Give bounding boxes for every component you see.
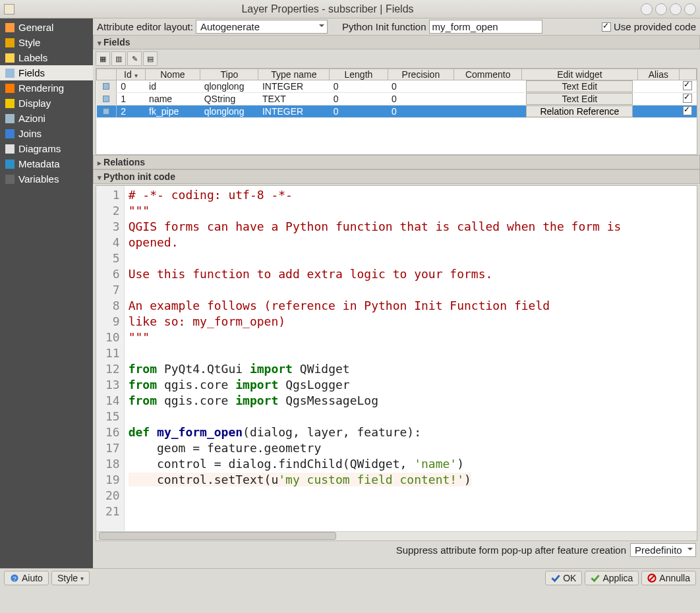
- field-calculator-button[interactable]: ▤: [143, 51, 158, 66]
- style-button[interactable]: Style ▾: [51, 571, 90, 585]
- sidebar-item-label: Diagrams: [18, 143, 61, 154]
- python-init-function-input[interactable]: my_form_open: [429, 20, 542, 34]
- close-button[interactable]: [684, 3, 696, 15]
- col-checkbox[interactable]: [679, 69, 696, 80]
- apply-button[interactable]: Applica: [585, 571, 639, 585]
- col-precision[interactable]: Precision: [388, 69, 454, 80]
- cell-id: 2: [117, 105, 145, 118]
- sidebar-item-display[interactable]: Display: [0, 96, 93, 111]
- edit-widget-button[interactable]: Text Edit: [526, 80, 633, 92]
- row-visibility-checkbox[interactable]: [683, 81, 692, 90]
- cell-length: 0: [330, 80, 388, 93]
- sidebar-item-label: Style: [18, 37, 40, 48]
- sidebar-item-general[interactable]: General: [0, 20, 93, 35]
- sidebar-item-joins[interactable]: Joins: [0, 126, 93, 141]
- col-id[interactable]: Id ▾: [117, 69, 145, 80]
- sidebar-item-label: Rendering: [18, 82, 64, 94]
- use-provided-code-checkbox[interactable]: [602, 22, 611, 32]
- code-editor[interactable]: 123456789101112131415161718192021 # -*- …: [96, 185, 697, 541]
- app-icon: [4, 4, 15, 15]
- suppress-form-dropdown[interactable]: Predefinito: [630, 543, 696, 557]
- svg-line-3: [649, 575, 655, 581]
- cell-id: 0: [117, 80, 145, 93]
- table-row[interactable]: 1nameQStringTEXT00Text Edit: [97, 93, 697, 105]
- new-field-button[interactable]: ▦: [96, 51, 110, 66]
- table-row[interactable]: 0idqlonglongINTEGER00Text Edit: [97, 80, 697, 93]
- cell-precision: 0: [388, 105, 454, 118]
- cell-commento: [454, 105, 522, 118]
- cancel-button[interactable]: Annulla: [641, 571, 696, 585]
- horizontal-scrollbar[interactable]: [96, 531, 697, 540]
- sidebar-item-label: Azioni: [18, 113, 45, 124]
- code-text[interactable]: # -*- coding: utf-8 -*- """ QGIS forms c…: [125, 186, 626, 531]
- cell-alias: [637, 105, 679, 118]
- fields-table: Id ▾NomeTipoType nameLengthPrecisionComm…: [96, 69, 697, 118]
- ok-button[interactable]: OK: [545, 571, 582, 585]
- title-bar: Layer Properties - subscriber | Fields: [0, 0, 700, 18]
- col-tipo[interactable]: Tipo: [200, 69, 258, 80]
- col-type-name[interactable]: Type name: [258, 69, 330, 80]
- delete-field-button[interactable]: ▥: [111, 51, 126, 66]
- help-window-button[interactable]: [641, 3, 653, 15]
- python-init-code-panel-header[interactable]: Python init code: [93, 169, 700, 184]
- cell-tipo: qlonglong: [200, 105, 258, 118]
- col-alias[interactable]: Alias: [637, 69, 679, 80]
- sidebar-item-label: Metadata: [18, 158, 60, 169]
- sidebar-item-azioni[interactable]: Azioni: [0, 111, 93, 126]
- edit-widget-button[interactable]: Text Edit: [526, 93, 633, 105]
- sidebar-icon: [5, 23, 15, 32]
- cell-nome: fk_pipe: [145, 105, 200, 118]
- sidebar-icon: [5, 175, 15, 184]
- cell-precision: 0: [388, 80, 454, 93]
- edit-widget-button[interactable]: Relation Reference: [526, 105, 633, 117]
- col-nome[interactable]: Nome: [145, 69, 200, 80]
- maximize-button[interactable]: [670, 3, 682, 15]
- cell-commento: [454, 80, 522, 93]
- fields-table-wrap: Id ▾NomeTipoType nameLengthPrecisionComm…: [96, 68, 697, 155]
- sidebar: GeneralStyleLabelsFieldsRenderingDisplay…: [0, 18, 93, 568]
- cancel-icon: [647, 573, 656, 583]
- sidebar-icon: [5, 38, 15, 47]
- minimize-button[interactable]: [655, 3, 667, 15]
- cell-alias: [637, 93, 679, 105]
- row-visibility-checkbox[interactable]: [683, 94, 692, 103]
- table-row[interactable]: 2fk_pipeqlonglongINTEGER00Relation Refer…: [97, 105, 697, 118]
- cell-precision: 0: [388, 93, 454, 105]
- cell-alias: [637, 80, 679, 93]
- cell-nome: name: [145, 93, 200, 105]
- cell-length: 0: [330, 105, 388, 118]
- row-icon: [103, 108, 109, 115]
- sidebar-item-metadata[interactable]: Metadata: [0, 156, 93, 171]
- sidebar-item-diagrams[interactable]: Diagrams: [0, 141, 93, 156]
- window-title: Layer Properties - subscriber | Fields: [15, 3, 641, 15]
- col-length[interactable]: Length: [330, 69, 388, 80]
- sidebar-item-label: Variables: [18, 173, 59, 185]
- sidebar-item-rendering[interactable]: Rendering: [0, 80, 93, 96]
- cell-nome: id: [145, 80, 200, 93]
- col-edit-widget[interactable]: Edit widget: [522, 69, 638, 80]
- sidebar-item-variables[interactable]: Variables: [0, 171, 93, 187]
- row-visibility-checkbox[interactable]: [683, 106, 692, 115]
- row-icon: [103, 96, 109, 102]
- cell-id: 1: [117, 93, 145, 105]
- sidebar-icon: [5, 160, 15, 169]
- sidebar-item-fields[interactable]: Fields: [0, 65, 93, 80]
- edit-mode-button[interactable]: ✎: [127, 51, 142, 66]
- fields-toolbar: ▦ ▥ ✎ ▤: [96, 49, 697, 68]
- sidebar-icon: [5, 114, 15, 123]
- col-commento[interactable]: Commento: [454, 69, 522, 80]
- help-icon: ?: [10, 573, 19, 583]
- cell-tipo: QString: [200, 93, 258, 105]
- fields-panel-header[interactable]: Fields: [93, 35, 700, 49]
- sidebar-item-label: Display: [18, 98, 51, 109]
- sidebar-item-style[interactable]: Style: [0, 35, 93, 50]
- relations-panel-header[interactable]: Relations: [93, 155, 700, 169]
- sidebar-item-label: Labels: [18, 52, 47, 63]
- help-button[interactable]: ? Aiuto: [4, 571, 49, 585]
- sidebar-icon: [5, 99, 15, 108]
- attribute-editor-layout-dropdown[interactable]: Autogenerate: [196, 20, 328, 34]
- ok-icon: [551, 573, 560, 583]
- sidebar-icon: [5, 69, 15, 78]
- sidebar-item-labels[interactable]: Labels: [0, 50, 93, 65]
- python-init-function-label: Python Init function: [342, 21, 426, 32]
